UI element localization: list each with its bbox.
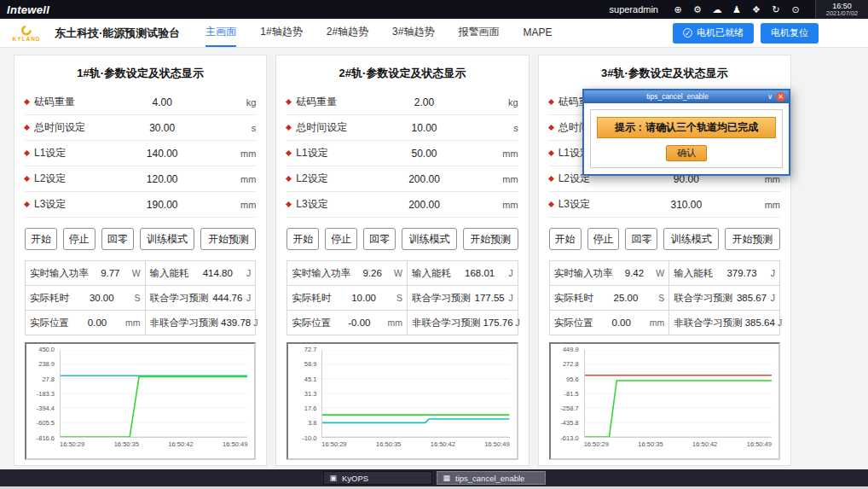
ctrl-button-axis3-2[interactable]: 停止 bbox=[587, 228, 620, 250]
param-unit: s bbox=[496, 123, 518, 133]
cloud-icon[interactable]: ☁ bbox=[711, 3, 723, 15]
intewell-logo: Intewell bbox=[7, 3, 49, 16]
status-unit: mm bbox=[125, 317, 141, 328]
param-value-field[interactable]: 140.00 bbox=[90, 148, 234, 160]
motor-reset-button[interactable]: 电机复位 bbox=[761, 23, 819, 44]
status-label: 实时输入功率 bbox=[554, 267, 613, 280]
chart-plot-area bbox=[60, 350, 247, 438]
nav-tab-1[interactable]: 主画面 bbox=[205, 19, 236, 47]
nav-tab-2[interactable]: 1#轴趋势 bbox=[260, 19, 302, 47]
param-value-field[interactable]: 200.00 bbox=[352, 173, 495, 185]
required-marker-icon bbox=[548, 201, 554, 207]
status-label: 联合学习预测 bbox=[150, 292, 209, 305]
motor-ready-button[interactable]: ✓ 电机已就绪 bbox=[673, 23, 754, 44]
ctrl-button-axis1-3[interactable]: 回零 bbox=[101, 228, 134, 250]
ctrl-button-axis1-2[interactable]: 停止 bbox=[63, 228, 95, 250]
status-label: 非联合学习预测 bbox=[674, 317, 743, 329]
ctrl-button-axis3-1[interactable]: 开始 bbox=[549, 228, 582, 250]
param-label: L1设定 bbox=[34, 146, 90, 160]
status-table: 实时输入功率 9.26 W 输入能耗 168.01 J 实际耗时 10.00 S… bbox=[286, 260, 518, 335]
ctrl-button-axis3-4[interactable]: 训练模式 bbox=[663, 228, 719, 250]
param-unit: mm bbox=[496, 174, 518, 184]
nav-tab-4[interactable]: 3#轴趋势 bbox=[392, 19, 434, 47]
taskbar-item-tips[interactable]: ▦ tips_cancel_enable bbox=[437, 471, 546, 485]
ctrl-button-axis3-3[interactable]: 回零 bbox=[625, 228, 657, 250]
axis-panel-1: 1#轨·参数设定及状态显示 砝码重量 4.00 kg 总时间设定 30.00 s… bbox=[14, 55, 267, 466]
param-value-field[interactable]: 10.00 bbox=[352, 122, 495, 134]
param-unit: s bbox=[234, 123, 256, 133]
param-value-field[interactable]: 190.00 bbox=[90, 199, 234, 211]
ctrl-button-axis2-5[interactable]: 开始预测 bbox=[463, 228, 518, 250]
x-tick-label: 16:50:29 bbox=[584, 441, 609, 448]
dialog-minimize-icon[interactable]: ∨ bbox=[767, 94, 773, 101]
clock-date: 2021/07/02 bbox=[826, 10, 859, 18]
ctrl-button-axis3-5[interactable]: 开始预测 bbox=[725, 228, 780, 250]
y-tick-label: 238.9 bbox=[30, 361, 58, 368]
param-value-field[interactable]: 4.00 bbox=[90, 96, 234, 108]
status-cell: 实时输入功率 9.26 W bbox=[287, 261, 408, 286]
settings-icon[interactable]: ⚙ bbox=[692, 3, 703, 15]
ctrl-button-axis1-5[interactable]: 开始预测 bbox=[200, 228, 256, 250]
power-icon[interactable]: ⊙ bbox=[790, 3, 801, 15]
status-label: 实际耗时 bbox=[554, 292, 593, 305]
nav-tab-6[interactable]: MAPE bbox=[523, 19, 552, 47]
y-tick-label: 72.7 bbox=[292, 346, 320, 353]
language-icon[interactable]: ⊕ bbox=[672, 3, 684, 15]
status-value: 25.00 bbox=[596, 293, 657, 303]
status-unit: J bbox=[253, 317, 258, 328]
required-marker-icon bbox=[24, 125, 30, 131]
status-row: 实际耗时 25.00 S 联合学习预测 385.67 J bbox=[549, 286, 779, 311]
ctrl-button-axis2-2[interactable]: 停止 bbox=[325, 228, 357, 250]
status-cell: 联合学习预测 177.55 J bbox=[407, 286, 518, 311]
status-unit: J bbox=[246, 268, 251, 278]
chart-plot-area bbox=[321, 350, 509, 438]
ctrl-button-axis2-3[interactable]: 回零 bbox=[363, 228, 396, 250]
status-cell: 实际位置 -0.00 mm bbox=[287, 311, 408, 335]
ctrl-button-axis2-1[interactable]: 开始 bbox=[286, 228, 319, 250]
status-unit: mm bbox=[387, 317, 402, 328]
param-value-field[interactable]: 50.00 bbox=[352, 148, 495, 160]
param-value-field[interactable]: 200.00 bbox=[352, 199, 495, 211]
check-icon: ✓ bbox=[683, 28, 692, 38]
dialog-titlebar[interactable]: tips_cancel_enable ∨ ✕ bbox=[584, 90, 789, 103]
y-tick-label: -613.0 bbox=[554, 435, 582, 442]
required-marker-icon bbox=[286, 201, 292, 207]
ctrl-button-axis1-4[interactable]: 训练模式 bbox=[140, 228, 195, 250]
ctrl-button-axis1-1[interactable]: 开始 bbox=[25, 228, 57, 250]
dialog-close-icon[interactable]: ✕ bbox=[776, 92, 785, 102]
y-tick-label: 58.9 bbox=[292, 361, 320, 368]
x-tick-label: 16:50:49 bbox=[223, 441, 247, 448]
required-marker-icon bbox=[286, 99, 292, 105]
status-row: 实际位置 0.00 mm 非联合学习预测 385.64 J bbox=[549, 311, 779, 335]
status-unit: W bbox=[656, 268, 664, 278]
dialog-confirm-button[interactable]: 确认 bbox=[666, 145, 707, 161]
x-tick-label: 16:50:42 bbox=[431, 441, 455, 448]
dialog-message: 提示：请确认三个轨道均已完成 bbox=[597, 117, 776, 138]
required-marker-icon bbox=[286, 176, 292, 182]
taskbar: ▣ KyOPS ▦ tips_cancel_enable bbox=[0, 469, 868, 486]
user-icon[interactable]: ♟ bbox=[731, 3, 743, 15]
param-value-field[interactable]: 120.00 bbox=[90, 173, 234, 185]
dialog-body: 提示：请确认三个轨道均已完成 确认 bbox=[584, 103, 789, 174]
ctrl-button-axis2-4[interactable]: 训练模式 bbox=[402, 228, 457, 250]
x-tick-label: 16:50:35 bbox=[114, 441, 139, 448]
param-value-field[interactable]: 2.00 bbox=[352, 96, 495, 108]
y-tick-label: -605.5 bbox=[30, 420, 58, 427]
param-value-field[interactable]: 30.00 bbox=[90, 122, 234, 134]
apps-icon[interactable]: ❖ bbox=[750, 3, 762, 15]
chart-x-axis: 16:50:2916:50:3516:50:4216:50:49 bbox=[60, 441, 247, 448]
status-row: 实时输入功率 9.42 W 输入能耗 379.73 J bbox=[549, 261, 779, 286]
sync-icon[interactable]: ↻ bbox=[770, 3, 782, 15]
param-label: L3设定 bbox=[296, 197, 352, 212]
param-value-field[interactable]: 310.00 bbox=[615, 199, 758, 211]
status-unit: W bbox=[394, 268, 402, 278]
window-icon: ▦ bbox=[443, 474, 451, 482]
taskbar-item-kyops[interactable]: ▣ KyOPS bbox=[323, 471, 432, 485]
required-marker-icon bbox=[548, 176, 554, 182]
param-row: L3设定 190.00 mm bbox=[25, 192, 256, 218]
status-value: -0.00 bbox=[333, 317, 385, 328]
y-tick-label: -183.3 bbox=[30, 391, 58, 398]
y-tick-label: 31.3 bbox=[292, 391, 320, 398]
nav-tab-3[interactable]: 2#轴趋势 bbox=[327, 19, 368, 47]
nav-tab-5[interactable]: 报警画面 bbox=[458, 19, 499, 47]
